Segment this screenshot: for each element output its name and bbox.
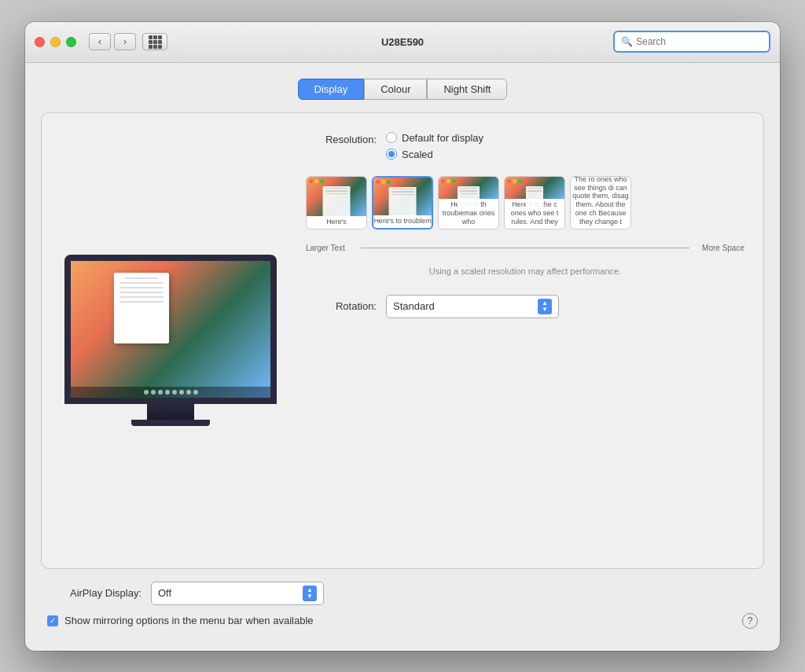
- airplay-row: AirPlay Display: Off ▲ ▼: [47, 582, 758, 605]
- thumb-dot-green: [387, 180, 391, 184]
- thumb-doc-3: [458, 186, 480, 211]
- scale-line: Larger Text More Space: [306, 244, 744, 252]
- rotation-label: Rotation:: [306, 300, 377, 312]
- tab-colour[interactable]: Colour: [364, 79, 427, 100]
- thumb-dots-1: [309, 179, 324, 183]
- tab-display[interactable]: Display: [298, 79, 365, 100]
- monitor-base: [131, 420, 210, 426]
- thumb-doc-line: [325, 190, 347, 192]
- thumb-doc-line: [460, 188, 477, 189]
- airplay-select[interactable]: Off ▲ ▼: [151, 582, 324, 605]
- thumb-doc-line: [460, 190, 477, 192]
- scale-note: Using a scaled resolution may affect per…: [306, 266, 744, 276]
- monitor-outer: [64, 255, 277, 426]
- thumb-1[interactable]: Here's: [306, 176, 367, 230]
- back-button[interactable]: ‹: [89, 33, 111, 50]
- arrow-down-icon: ▼: [542, 307, 548, 313]
- thumb-preview-4: [505, 177, 564, 200]
- scale-label-right: More Space: [689, 244, 744, 252]
- thumb-dot-red: [309, 179, 313, 183]
- radio-default[interactable]: [386, 132, 397, 143]
- thumb-doc-line: [391, 194, 414, 196]
- thumb-doc-line: [460, 193, 477, 195]
- taskbar-dot: [144, 390, 149, 395]
- thumb-preview-2: [373, 178, 432, 215]
- thumb-3[interactable]: Here's to th troublemak ones who: [438, 176, 499, 230]
- thumb-doc-line: [391, 189, 414, 190]
- thumb-dots-4: [507, 179, 522, 183]
- thumb-dot-green: [320, 179, 324, 183]
- thumb-doc-line: [391, 191, 414, 193]
- thumb-5[interactable]: Here's to the crazy one troublemakers. T…: [570, 176, 631, 230]
- radio-scaled[interactable]: [386, 149, 397, 160]
- nav-buttons: ‹ ›: [89, 33, 136, 50]
- thumb-2[interactable]: Here's to troublem: [372, 176, 433, 230]
- main-panel: Resolution: Default for display Scaled: [41, 112, 764, 569]
- thumb-dot-red: [507, 179, 511, 183]
- thumb-label-1: Here's: [326, 216, 347, 229]
- doc-line: [119, 301, 164, 303]
- radio-options: Default for display Scaled: [386, 132, 483, 160]
- search-input[interactable]: [636, 36, 763, 47]
- thumb-dot-red: [441, 179, 445, 183]
- doc-line: [119, 282, 164, 284]
- resolution-row: Resolution: Default for display Scaled: [306, 132, 744, 160]
- taskbar-dot: [165, 390, 170, 395]
- doc-line: [119, 292, 164, 293]
- taskbar-dot: [186, 390, 191, 395]
- taskbar-dot: [179, 390, 184, 395]
- taskbar-dot: [172, 390, 177, 395]
- window-title: U28E590: [381, 36, 424, 48]
- mirroring-row: ✓ Show mirroring options in the menu bar…: [47, 613, 758, 629]
- thumb-dots-2: [376, 180, 391, 184]
- thumb-dot-yellow: [381, 180, 385, 184]
- airplay-label: AirPlay Display:: [47, 587, 142, 599]
- monitor-stand: [147, 404, 194, 420]
- thumb-doc-line: [325, 188, 347, 189]
- monitor-taskbar: [71, 387, 270, 398]
- thumb-doc-line: [527, 188, 542, 189]
- minimize-button[interactable]: [50, 37, 61, 47]
- thumbnails-row: Here's: [306, 176, 744, 230]
- search-icon: 🔍: [621, 36, 633, 47]
- doc-line: [119, 296, 164, 298]
- grid-button[interactable]: [142, 33, 167, 50]
- maximize-button[interactable]: [66, 37, 76, 47]
- radio-default-row[interactable]: Default for display: [386, 132, 483, 144]
- radio-scaled-label: Scaled: [402, 149, 433, 160]
- search-box[interactable]: 🔍: [613, 31, 770, 53]
- bottom-section: AirPlay Display: Off ▲ ▼ ✓ Show mirrorin…: [41, 582, 764, 635]
- thumb-label-5: Here's to the crazy one troublemakers. T…: [571, 176, 630, 229]
- arrow-down-icon: ▼: [307, 593, 313, 600]
- help-button[interactable]: ?: [742, 613, 758, 629]
- thumb-dot-yellow: [314, 179, 318, 183]
- thumb-doc-2: [389, 187, 417, 218]
- settings-section: Resolution: Default for display Scaled: [306, 132, 744, 549]
- select-arrows-icon: ▲ ▼: [538, 299, 552, 314]
- radio-scaled-row[interactable]: Scaled: [386, 149, 483, 160]
- taskbar-dot: [193, 390, 198, 395]
- scale-line-bar: [361, 248, 689, 248]
- rotation-row: Rotation: Standard ▲ ▼: [306, 295, 744, 318]
- thumb-preview-3: [439, 177, 498, 200]
- tab-night-shift[interactable]: Night Shift: [427, 79, 507, 100]
- thumb-doc-4: [526, 186, 543, 208]
- rotation-select-text: Standard: [393, 300, 435, 312]
- monitor-frame: [64, 255, 277, 404]
- monitor-doc: [114, 273, 169, 343]
- thumb-dot-yellow: [513, 179, 516, 183]
- thumb-preview-1: [307, 177, 366, 216]
- monitor-screen: [71, 261, 270, 398]
- thumb-4[interactable]: Here's to the c ones who see t rules. An…: [504, 176, 565, 230]
- taskbar-dot: [158, 390, 163, 395]
- thumb-doc-line: [527, 190, 542, 192]
- forward-button[interactable]: ›: [114, 33, 136, 50]
- content-area: Display Colour Night Shift: [25, 63, 780, 651]
- mirroring-checkbox[interactable]: ✓: [47, 615, 58, 626]
- rotation-select[interactable]: Standard ▲ ▼: [386, 295, 559, 318]
- airplay-select-text: Off: [158, 587, 171, 599]
- resolution-label: Resolution:: [306, 132, 377, 145]
- close-button[interactable]: [35, 37, 45, 47]
- taskbar-dot: [151, 390, 156, 395]
- thumb-doc-line: [325, 193, 347, 195]
